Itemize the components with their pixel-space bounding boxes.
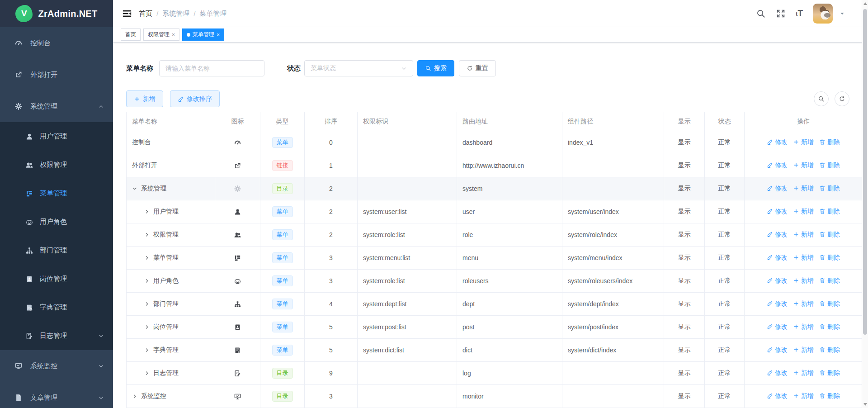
edit-link[interactable]: 修改 (767, 346, 788, 354)
sidebar-item-post[interactable]: 岗位管理 (0, 265, 113, 293)
edit-link-label: 修改 (775, 254, 788, 262)
edit-link[interactable]: 修改 (767, 277, 788, 285)
delete-link[interactable]: 删除 (819, 346, 840, 354)
add-link[interactable]: 新增 (793, 277, 814, 285)
delete-link[interactable]: 删除 (819, 185, 840, 193)
menu-name-cell: 字典管理 (127, 339, 215, 362)
caret-down-icon[interactable] (839, 10, 845, 17)
sidebar-item-dept[interactable]: 部门管理 (0, 236, 113, 265)
table-tools (814, 91, 849, 106)
add-link[interactable]: 新增 (793, 323, 814, 331)
search-icon[interactable] (756, 9, 766, 19)
close-icon[interactable]: × (217, 32, 220, 38)
hamburger-icon[interactable] (122, 9, 132, 19)
delete-link[interactable]: 删除 (819, 231, 840, 239)
tab-菜单管理[interactable]: 菜单管理× (182, 28, 224, 41)
reset-button[interactable]: 重置 (459, 60, 496, 76)
edit-link[interactable]: 修改 (767, 208, 788, 216)
tab-首页[interactable]: 首页 (121, 28, 141, 41)
component-path-cell (562, 385, 664, 408)
delete-link[interactable]: 删除 (819, 277, 840, 285)
delete-link[interactable]: 删除 (819, 323, 840, 331)
sidebar-item-roleusers[interactable]: 用户角色 (0, 208, 113, 236)
delete-link[interactable]: 删除 (819, 369, 840, 377)
operations-cell: 修改新增删除 (745, 154, 863, 177)
add-link[interactable]: 新增 (793, 346, 814, 354)
add-link[interactable]: 新增 (793, 138, 814, 147)
delete-link[interactable]: 删除 (819, 138, 840, 147)
add-link[interactable]: 新增 (793, 392, 814, 400)
sidebar-item-label: 外部打开 (30, 71, 57, 79)
route-path-cell: user (457, 200, 562, 223)
sidebar-item-monitor[interactable]: 系统监控 (0, 350, 113, 382)
edit-link[interactable]: 修改 (767, 369, 788, 377)
sidebar-item-system[interactable]: 系统管理 (0, 90, 113, 122)
sort-button[interactable]: 修改排序 (170, 90, 220, 107)
trash-icon (819, 208, 826, 216)
sidebar-item-article[interactable]: 文章管理 (0, 382, 113, 408)
scrollbar-down-arrow[interactable] (863, 403, 867, 406)
breadcrumb-item[interactable]: 首页 (139, 9, 152, 18)
sidebar-item-external[interactable]: 外部打开 (0, 59, 113, 90)
perm-cell: system:dict:list (358, 339, 457, 362)
delete-link[interactable]: 删除 (819, 208, 840, 216)
add-link[interactable]: 新增 (793, 369, 814, 377)
edit-link[interactable]: 修改 (767, 392, 788, 400)
add-link[interactable]: 新增 (793, 185, 814, 193)
menu-icon-cell (215, 316, 260, 339)
add-button[interactable]: 新增 (126, 90, 163, 107)
delete-link[interactable]: 删除 (819, 392, 840, 400)
sidebar-item-user[interactable]: 用户管理 (0, 122, 113, 151)
edit-link[interactable]: 修改 (767, 231, 788, 239)
sidebar-item-dashboard[interactable]: 控制台 (0, 27, 113, 59)
add-link[interactable]: 新增 (793, 254, 814, 262)
delete-link[interactable]: 删除 (819, 161, 840, 170)
scrollbar-up-arrow[interactable] (863, 2, 867, 5)
sidebar-item-log[interactable]: 日志管理 (0, 322, 113, 350)
trash-icon (819, 277, 826, 285)
sidebar-item-dict[interactable]: 字典管理 (0, 293, 113, 322)
sidebar-item-menu[interactable]: 菜单管理 (0, 179, 113, 208)
add-link[interactable]: 新增 (793, 231, 814, 239)
edit-link[interactable]: 修改 (767, 138, 788, 147)
sidebar-item-label: 文章管理 (30, 394, 57, 402)
user-avatar[interactable] (813, 4, 833, 24)
expand-icon (132, 394, 137, 399)
plus-icon (793, 162, 799, 170)
type-tag: 菜单 (272, 299, 293, 309)
edit-link[interactable]: 修改 (767, 254, 788, 262)
edit-link[interactable]: 修改 (767, 161, 788, 170)
scrollbar-thumb[interactable] (863, 9, 867, 335)
book-icon (234, 346, 241, 354)
edit-link[interactable]: 修改 (767, 185, 788, 193)
delete-link[interactable]: 删除 (819, 254, 840, 262)
search-button[interactable]: 搜索 (417, 60, 454, 76)
close-icon[interactable]: × (172, 32, 175, 38)
add-link[interactable]: 新增 (793, 300, 814, 308)
tab-权限管理[interactable]: 权限管理× (143, 28, 179, 41)
table-refresh-button[interactable] (835, 91, 849, 106)
app-logo[interactable]: V ZrAdmin.NET (0, 0, 113, 27)
active-tab-dot (187, 33, 190, 37)
trash-icon (819, 231, 826, 239)
perm-cell: system:role:list (358, 270, 457, 293)
fullscreen-icon[interactable] (776, 9, 786, 19)
delete-link[interactable]: 删除 (819, 300, 840, 308)
menu-name-input[interactable] (159, 60, 264, 76)
operations-cell: 修改新增删除 (745, 270, 863, 293)
table-search-button[interactable] (814, 91, 829, 106)
add-link[interactable]: 新增 (793, 208, 814, 216)
component-path-cell (562, 154, 664, 177)
status-select[interactable]: 菜单状态 (304, 60, 413, 76)
edit-link[interactable]: 修改 (767, 323, 788, 331)
add-link[interactable]: 新增 (793, 161, 814, 170)
sidebar-item-role[interactable]: 权限管理 (0, 151, 113, 179)
font-size-icon[interactable]: tT (796, 8, 803, 19)
edit-link-label: 修改 (775, 161, 788, 170)
window-scrollbar[interactable] (862, 0, 868, 408)
menu-icon-cell (215, 131, 260, 154)
pen-icon (767, 231, 773, 239)
edit-link[interactable]: 修改 (767, 300, 788, 308)
add-link-label: 新增 (801, 323, 814, 331)
tree-list-icon (25, 190, 33, 198)
